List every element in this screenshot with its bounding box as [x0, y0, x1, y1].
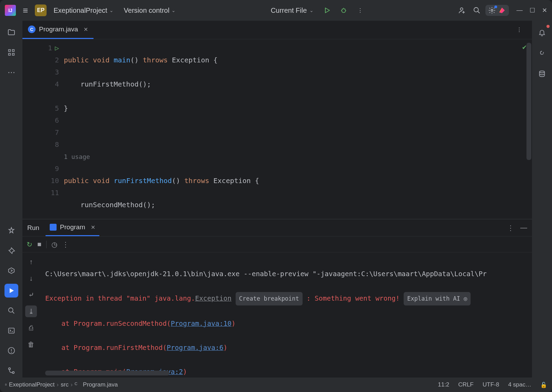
close-icon[interactable]: ✕	[91, 224, 95, 231]
close-button[interactable]: ✕	[542, 7, 547, 14]
ai-tool-icon[interactable]	[535, 46, 549, 60]
editor-scrollbar[interactable]	[526, 43, 531, 160]
svg-point-24	[8, 368, 10, 370]
line-number: 8	[55, 139, 59, 151]
svg-rect-13	[12, 50, 14, 52]
crumb-project[interactable]: ExeptionalProject	[9, 381, 55, 388]
search-icon[interactable]	[470, 4, 483, 17]
console-line: Exception in thread "main" java.lang.Exc…	[45, 292, 526, 305]
stop-button[interactable]: ■	[37, 240, 41, 248]
run-config-selector[interactable]: Current File ⌄	[267, 5, 317, 16]
run-options-button[interactable]: ⋮	[507, 224, 514, 232]
caret-position[interactable]: 11:2	[438, 381, 449, 388]
minimize-button[interactable]: —	[516, 7, 523, 14]
notifications-icon[interactable]	[535, 26, 549, 39]
print-icon[interactable]: ⎙	[25, 322, 37, 334]
up-stacktrace-icon[interactable]: ↑	[25, 256, 37, 268]
svg-line-4	[342, 9, 343, 9]
structure-tool-icon[interactable]	[4, 46, 18, 59]
debug-button[interactable]	[337, 4, 350, 17]
code-content[interactable]: public void main() throws Exception { ru…	[64, 39, 532, 219]
crumb-src[interactable]: src	[61, 381, 69, 388]
database-tool-icon[interactable]	[535, 67, 549, 81]
rerun-button[interactable]: ↻	[27, 240, 32, 249]
svg-rect-14	[8, 53, 10, 56]
notification-dot-icon	[494, 6, 497, 8]
chevron-down-icon: ⌄	[109, 8, 114, 13]
more-actions-button[interactable]: ⋮	[354, 4, 367, 17]
project-selector[interactable]: ExeptionalProject ⌄	[51, 5, 116, 16]
line-number: 10	[51, 175, 59, 187]
create-breakpoint-button[interactable]: Create breakpoint	[236, 292, 303, 305]
toolbar-more-button[interactable]: ⋮	[62, 240, 69, 249]
inspection-ok-icon[interactable]: ✔	[522, 43, 526, 51]
run-tab-icon	[50, 224, 57, 231]
terminal-tool-icon[interactable]	[4, 324, 18, 338]
svg-line-5	[345, 9, 345, 9]
run-toolbar: ↻ ■ ◷ ⋮	[22, 237, 532, 252]
run-panel-title: Run	[27, 224, 39, 232]
java-class-icon: C	[28, 26, 36, 33]
explain-ai-button[interactable]: Explain with AI ◎	[404, 292, 471, 305]
editor-tab[interactable]: C Program.java ✕	[22, 21, 93, 39]
console-scrollbar[interactable]	[45, 371, 169, 375]
run-gutter-icon[interactable]: ▷	[55, 42, 59, 54]
services-tool-icon[interactable]	[4, 264, 18, 278]
right-tool-rail	[532, 21, 552, 378]
breadcrumb[interactable]: ▫ ExeptionalProject › src › C Program.ja…	[5, 381, 118, 388]
svg-rect-12	[8, 50, 10, 52]
svg-rect-15	[12, 53, 14, 56]
build-tool-icon[interactable]	[4, 244, 18, 258]
readonly-lock-icon[interactable]: 🔓	[540, 382, 547, 388]
run-panel: Run Program ✕ ⋮ — ↻ ■ ◷ ⋮	[22, 219, 532, 378]
down-stacktrace-icon[interactable]: ↓	[25, 272, 37, 284]
run-tab-label: Program	[60, 223, 85, 231]
hamburger-icon[interactable]: ≡	[20, 4, 31, 17]
stacktrace-link[interactable]: Program.java:10	[171, 320, 231, 328]
close-icon[interactable]: ✕	[83, 26, 88, 33]
project-badge: EP	[35, 4, 47, 16]
vcs-tool-icon[interactable]	[4, 364, 18, 378]
minimize-panel-button[interactable]: —	[520, 224, 527, 232]
project-tool-icon[interactable]	[4, 26, 18, 39]
tab-options-button[interactable]: ⋮	[513, 23, 526, 37]
scroll-end-icon[interactable]: ⤓	[25, 305, 37, 317]
indent-setting[interactable]: 4 spac…	[508, 381, 531, 388]
notification-dot-icon	[546, 25, 550, 28]
performance-button[interactable]: ◷	[51, 240, 57, 249]
clear-icon[interactable]: 🗑	[25, 339, 37, 350]
soft-wrap-icon[interactable]: ⤶	[25, 289, 37, 301]
exception-link[interactable]: Exception	[195, 294, 231, 302]
run-tool-icon[interactable]	[4, 284, 18, 298]
crumb-file[interactable]: Program.java	[83, 381, 118, 388]
svg-rect-26	[51, 225, 55, 229]
java-class-icon: C	[75, 382, 81, 388]
settings-ai-badge[interactable]	[485, 5, 509, 16]
run-config-label: Current File	[271, 7, 307, 14]
editor-tabs: C Program.java ✕ ⋮	[22, 21, 532, 39]
find-tool-icon[interactable]	[4, 304, 18, 318]
stacktrace-link[interactable]: Program.java:6	[167, 344, 223, 352]
run-tab[interactable]: Program ✕	[46, 219, 99, 236]
svg-point-23	[11, 352, 11, 352]
line-separator[interactable]: CRLF	[458, 381, 473, 388]
more-tools-icon[interactable]: ⋯	[4, 66, 18, 79]
maximize-button[interactable]: ☐	[530, 7, 535, 14]
svg-point-25	[12, 372, 14, 374]
svg-point-17	[8, 308, 13, 312]
ai-actions-icon[interactable]	[4, 224, 18, 238]
code-editor[interactable]: 1▷ 2 3 4 5 6 7 8 9 10 11 public void mai…	[22, 39, 532, 219]
console-output[interactable]: C:\Users\maart\.jdks\openjdk-21.0.1\bin\…	[40, 252, 532, 378]
line-number: 4	[55, 78, 59, 90]
usage-hint[interactable]: 1 usage	[64, 151, 532, 163]
problems-tool-icon[interactable]	[4, 344, 18, 358]
line-number: 1	[48, 42, 52, 54]
run-button[interactable]	[321, 4, 334, 17]
svg-point-11	[491, 9, 493, 11]
code-with-me-icon[interactable]	[455, 4, 468, 17]
chevron-down-icon: ⌄	[309, 8, 314, 13]
vcs-menu[interactable]: Version control ⌄	[120, 5, 179, 16]
svg-point-9	[474, 8, 479, 12]
file-encoding[interactable]: UTF-8	[483, 381, 499, 388]
line-number: 3	[55, 66, 59, 78]
